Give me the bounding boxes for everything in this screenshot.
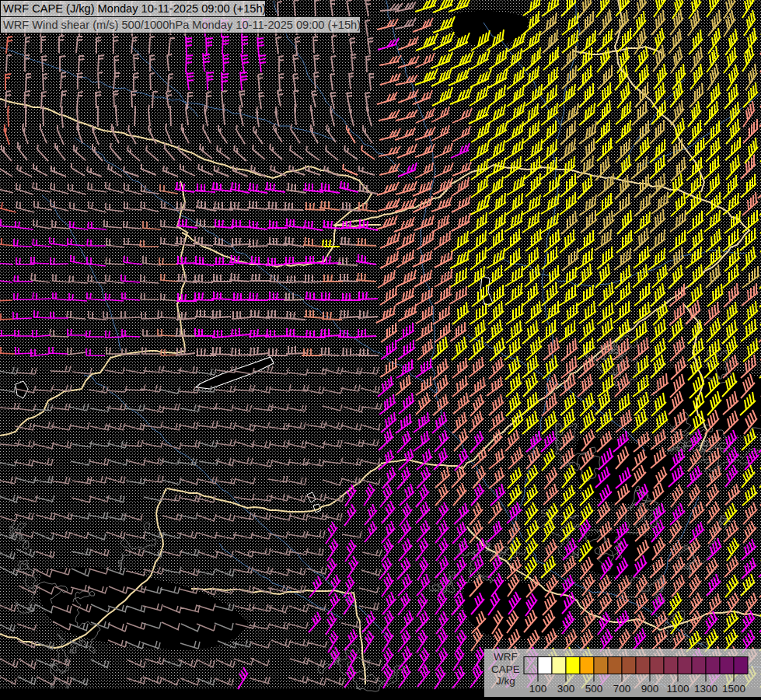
svg-text:700: 700 bbox=[613, 683, 631, 695]
svg-text:900: 900 bbox=[641, 683, 659, 695]
svg-text:500: 500 bbox=[585, 683, 603, 695]
svg-text:1100: 1100 bbox=[666, 683, 689, 695]
svg-text:1500: 1500 bbox=[722, 683, 745, 695]
svg-text:1300: 1300 bbox=[694, 683, 717, 695]
svg-text:300: 300 bbox=[557, 683, 575, 695]
svg-text:100: 100 bbox=[529, 683, 547, 695]
